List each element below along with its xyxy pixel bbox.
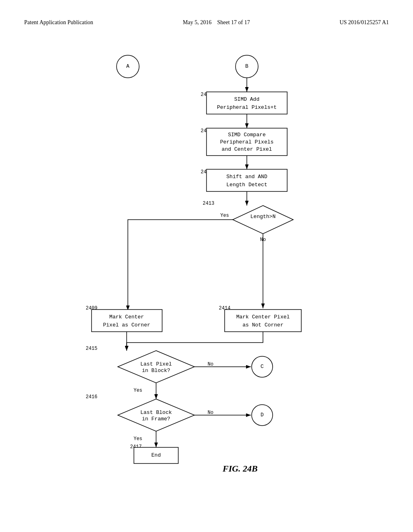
- box-2409-text1: Mark Center: [109, 314, 144, 320]
- label-2415-yes: Yes: [133, 388, 142, 393]
- arrow-2414-join: [127, 332, 263, 343]
- label-2415-no: No: [208, 362, 213, 367]
- header-right: US 2016/0125257 A1: [340, 19, 389, 26]
- box-2412-text1: Shift and AND: [226, 174, 267, 180]
- diamond-2415-text2: in Block?: [142, 368, 170, 374]
- arrow-2413-yes: [128, 220, 233, 310]
- box-2411-text1: SIMD Compare: [228, 132, 266, 138]
- box-2410-text1: SIMD Add: [234, 96, 259, 102]
- node-C-label: C: [261, 364, 264, 370]
- node-B-label: B: [245, 63, 248, 69]
- diamond-2416-text1: Last Block: [140, 409, 172, 416]
- diagram-container: A B 2410 SIMD Add Peripheral Pixels+t 24…: [0, 44, 413, 532]
- box-2410-text2: Peripheral Pixels+t: [217, 104, 277, 110]
- diamond-2416-text2: in Frame?: [142, 416, 170, 422]
- diamond-2413-text: Length>N: [250, 214, 275, 220]
- figure-label: FIG. 24B: [222, 463, 258, 474]
- label-2413: 2413: [203, 201, 215, 206]
- header-middle: May 5, 2016 Sheet 17 of 17: [183, 19, 250, 26]
- box-2410: [206, 92, 287, 114]
- box-2409: [92, 310, 162, 332]
- box-2411-text2: Peripheral Pixels: [220, 139, 274, 145]
- box-end-text: End: [151, 452, 161, 458]
- box-2412: [206, 169, 287, 191]
- box-2409-text2: Pixel as Corner: [103, 322, 150, 328]
- label-2415: 2415: [86, 346, 98, 351]
- page-header: Patent Application Publication May 5, 20…: [0, 19, 413, 26]
- diamond-2415-text1: Last Pixel: [140, 361, 172, 367]
- label-2416-no: No: [208, 410, 213, 416]
- box-2414-text1: Mark Center Pixel: [236, 314, 290, 320]
- label-2416-yes: Yes: [133, 436, 142, 442]
- box-2414: [225, 310, 301, 332]
- node-D-label: D: [261, 412, 264, 418]
- box-2411-text3: and Center Pixel: [222, 146, 272, 152]
- flowchart-svg: A B 2410 SIMD Add Peripheral Pixels+t 24…: [49, 44, 364, 512]
- label-2413-yes: Yes: [220, 213, 229, 218]
- box-2414-text2: as Not Corner: [242, 322, 283, 328]
- node-A-label: A: [126, 63, 129, 69]
- box-2412-text2: Length Detect: [226, 182, 267, 188]
- header-left: Patent Application Publication: [24, 19, 93, 26]
- label-2416: 2416: [86, 394, 98, 400]
